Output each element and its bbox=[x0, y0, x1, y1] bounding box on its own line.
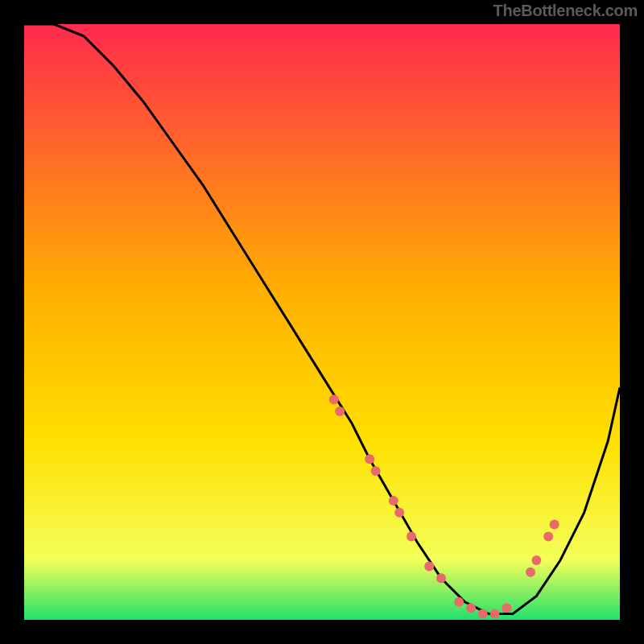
chart-svg bbox=[24, 24, 620, 620]
data-marker bbox=[436, 573, 446, 583]
data-marker bbox=[371, 466, 381, 476]
chart-container: TheBottleneck.com bbox=[0, 0, 644, 644]
data-marker bbox=[329, 394, 339, 404]
data-marker bbox=[478, 609, 488, 619]
data-marker bbox=[389, 496, 398, 506]
data-marker bbox=[526, 568, 535, 577]
plot-area bbox=[24, 24, 620, 620]
data-marker bbox=[454, 597, 464, 607]
data-marker bbox=[550, 520, 559, 530]
data-marker bbox=[394, 508, 404, 518]
data-marker bbox=[365, 454, 374, 464]
gradient-background bbox=[24, 24, 620, 620]
attribution-text: TheBottleneck.com bbox=[493, 2, 638, 20]
data-marker bbox=[407, 531, 416, 541]
data-marker bbox=[466, 603, 476, 613]
data-marker bbox=[531, 555, 541, 565]
data-marker bbox=[543, 531, 553, 541]
data-marker bbox=[335, 407, 345, 416]
data-marker bbox=[502, 603, 511, 613]
data-marker bbox=[490, 609, 500, 619]
data-marker bbox=[424, 561, 434, 571]
